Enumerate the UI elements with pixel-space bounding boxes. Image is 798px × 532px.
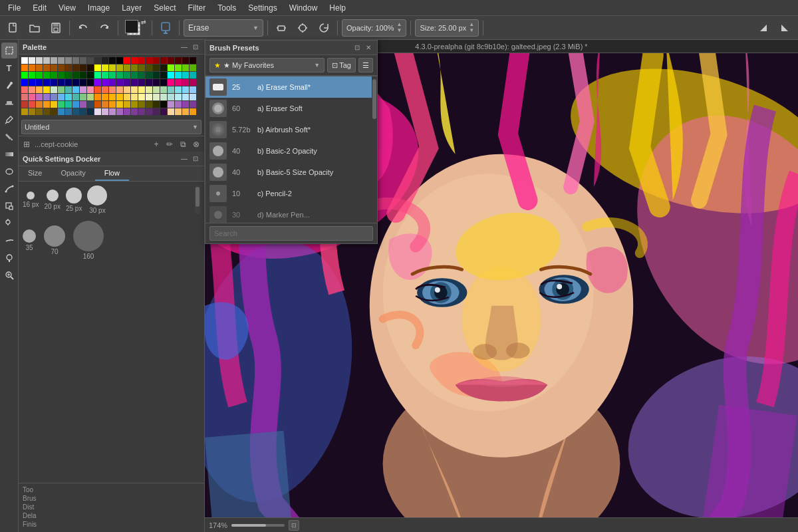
menu-tools[interactable]: Tools bbox=[212, 2, 241, 14]
palette-color-cell[interactable] bbox=[65, 79, 72, 86]
palette-color-cell[interactable] bbox=[80, 101, 86, 108]
palette-color-cell[interactable] bbox=[43, 108, 50, 115]
palette-color-cell[interactable] bbox=[116, 57, 123, 64]
qs-tab-size[interactable]: Size bbox=[19, 166, 51, 181]
palette-color-cell[interactable] bbox=[21, 65, 28, 71]
palette-color-cell[interactable] bbox=[94, 108, 101, 115]
opacity-down-icon[interactable]: ▼ bbox=[397, 28, 402, 33]
palette-color-cell[interactable] bbox=[80, 86, 86, 93]
palette-color-cell[interactable] bbox=[87, 57, 94, 64]
palette-color-cell[interactable] bbox=[29, 57, 35, 64]
palette-color-cell[interactable] bbox=[109, 72, 116, 78]
tool-selector-dropdown[interactable]: Erase ▼ bbox=[184, 19, 263, 37]
palette-color-cell[interactable] bbox=[160, 79, 167, 86]
palette-color-cell[interactable] bbox=[175, 108, 182, 115]
palette-color-cell[interactable] bbox=[36, 79, 43, 86]
palette-color-cell[interactable] bbox=[51, 72, 57, 78]
palette-color-cell[interactable] bbox=[102, 94, 108, 100]
palette-color-cell[interactable] bbox=[190, 86, 196, 93]
tool-transform[interactable] bbox=[1, 198, 17, 214]
palette-color-cell[interactable] bbox=[36, 57, 43, 64]
palette-color-cell[interactable] bbox=[51, 57, 57, 64]
palette-color-cell[interactable] bbox=[58, 57, 65, 64]
save-file-button[interactable] bbox=[47, 19, 65, 37]
size-selector[interactable]: Size: 25.00 px ▲ ▼ bbox=[415, 19, 479, 37]
palette-color-cell[interactable] bbox=[72, 101, 79, 108]
palette-color-cell[interactable] bbox=[21, 86, 28, 93]
tool-smudge[interactable] bbox=[1, 233, 17, 249]
undo-button[interactable] bbox=[74, 19, 92, 37]
palette-color-cell[interactable] bbox=[146, 72, 152, 78]
palette-color-cell[interactable] bbox=[182, 72, 189, 78]
mirror-button[interactable] bbox=[775, 19, 794, 37]
palette-color-cell[interactable] bbox=[72, 57, 79, 64]
eraser-item-70[interactable]: 70 bbox=[44, 225, 65, 255]
palette-color-cell[interactable] bbox=[65, 72, 72, 78]
reset-button[interactable] bbox=[315, 19, 333, 37]
tool-text[interactable]: T bbox=[1, 60, 17, 76]
opacity-up-icon[interactable]: ▲ bbox=[397, 22, 402, 27]
palette-color-cell[interactable] bbox=[72, 86, 79, 93]
palette-color-cell[interactable] bbox=[182, 57, 189, 64]
palette-color-cell[interactable] bbox=[21, 79, 28, 86]
palette-color-cell[interactable] bbox=[58, 94, 65, 100]
palette-color-cell[interactable] bbox=[29, 72, 35, 78]
palette-color-cell[interactable] bbox=[65, 108, 72, 115]
palette-color-cell[interactable] bbox=[65, 57, 72, 64]
palette-color-cell[interactable] bbox=[94, 72, 101, 78]
tool-rectangle-select[interactable] bbox=[1, 43, 17, 59]
foreground-color[interactable] bbox=[125, 20, 138, 33]
palette-color-cell[interactable] bbox=[51, 94, 57, 100]
bp-item-eraser-small[interactable]: 25 a) Eraser Small* bbox=[205, 76, 372, 98]
palette-color-cell[interactable] bbox=[116, 65, 123, 71]
palette-color-cell[interactable] bbox=[168, 108, 174, 115]
palette-color-cell[interactable] bbox=[29, 79, 35, 86]
bp-expand-button[interactable]: ⊡ bbox=[352, 43, 362, 53]
palette-color-cell[interactable] bbox=[131, 57, 138, 64]
palette-color-cell[interactable] bbox=[146, 94, 152, 100]
palette-color-cell[interactable] bbox=[116, 79, 123, 86]
eraser-item-35[interactable]: 35 bbox=[23, 229, 36, 251]
palette-color-cell[interactable] bbox=[109, 101, 116, 108]
bp-tag-button[interactable]: ⊡ Tag bbox=[327, 58, 356, 72]
palette-color-cell[interactable] bbox=[175, 79, 182, 86]
menu-filter[interactable]: Filter bbox=[183, 2, 211, 14]
palette-color-cell[interactable] bbox=[190, 57, 196, 64]
palette-color-cell[interactable] bbox=[94, 94, 101, 100]
palette-color-cell[interactable] bbox=[102, 57, 108, 64]
palette-color-cell[interactable] bbox=[146, 79, 152, 86]
menu-view[interactable]: View bbox=[53, 2, 81, 14]
palette-color-cell[interactable] bbox=[146, 86, 152, 93]
palette-color-cell[interactable] bbox=[21, 94, 28, 100]
palette-color-cell[interactable] bbox=[87, 86, 94, 93]
bp-item-airbrush[interactable]: 5.72b b) Airbrush Soft* bbox=[205, 119, 372, 140]
palette-color-cell[interactable] bbox=[168, 86, 174, 93]
palette-color-cell[interactable] bbox=[51, 65, 57, 71]
palette-color-cell[interactable] bbox=[36, 108, 43, 115]
palette-color-cell[interactable] bbox=[182, 108, 189, 115]
palette-color-cell[interactable] bbox=[138, 72, 145, 78]
palette-color-cell[interactable] bbox=[87, 94, 94, 100]
open-file-button[interactable] bbox=[25, 19, 44, 37]
palette-color-cell[interactable] bbox=[182, 101, 189, 108]
palette-color-cell[interactable] bbox=[131, 94, 138, 100]
palette-color-cell[interactable] bbox=[124, 79, 130, 86]
palette-color-cell[interactable] bbox=[109, 108, 116, 115]
palette-color-cell[interactable] bbox=[29, 94, 35, 100]
palette-color-cell[interactable] bbox=[51, 79, 57, 86]
palette-color-cell[interactable] bbox=[21, 108, 28, 115]
palette-color-cell[interactable] bbox=[168, 101, 174, 108]
palette-color-cell[interactable] bbox=[182, 86, 189, 93]
palette-color-cell[interactable] bbox=[72, 108, 79, 115]
palette-color-cell[interactable] bbox=[146, 101, 152, 108]
palette-color-cell[interactable] bbox=[43, 65, 50, 71]
palette-color-cell[interactable] bbox=[153, 94, 160, 100]
palette-color-cell[interactable] bbox=[124, 72, 130, 78]
qs-minimize-button[interactable]: — bbox=[180, 154, 189, 164]
palette-color-cell[interactable] bbox=[80, 65, 86, 71]
palette-color-cell[interactable] bbox=[109, 57, 116, 64]
palette-color-cell[interactable] bbox=[58, 108, 65, 115]
swap-colors-icon[interactable]: ⇄ bbox=[141, 19, 146, 25]
palette-color-cell[interactable] bbox=[116, 86, 123, 93]
palette-color-cell[interactable] bbox=[175, 65, 182, 71]
